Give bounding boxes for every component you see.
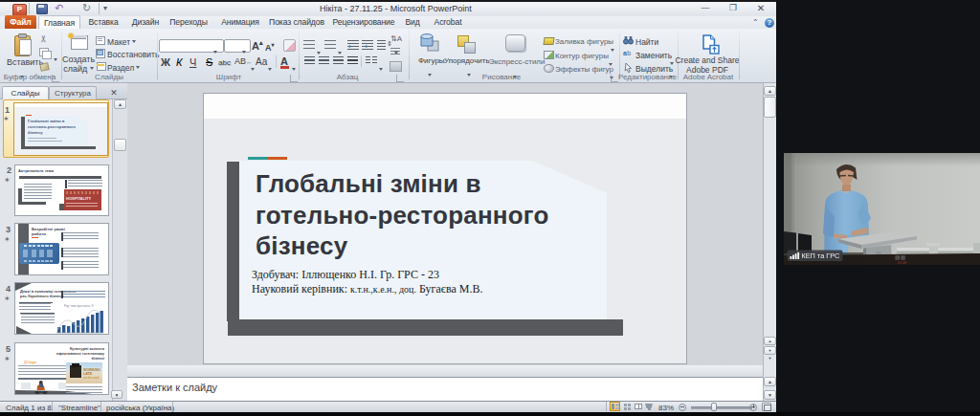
svg-text:КЕП та ГРС: КЕП та ГРС — [802, 252, 840, 260]
svg-text:Ряд: темп зростання, %: Ряд: темп зростання, % — [64, 304, 94, 308]
svg-text:4148: 4148 — [898, 260, 907, 265]
